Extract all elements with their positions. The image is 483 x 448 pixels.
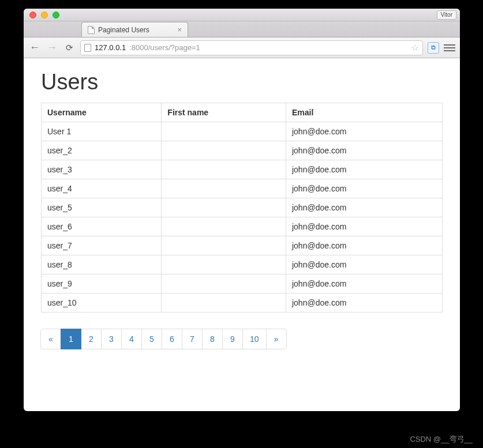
reload-button[interactable]: ⟳: [63, 43, 76, 53]
pagination-page-5[interactable]: 5: [141, 329, 162, 349]
pagination-page-4[interactable]: 4: [121, 329, 142, 349]
cell-username: user_3: [42, 160, 162, 179]
page-content: Users Username First name Email User 1jo…: [24, 58, 460, 361]
browser-toolbar: ← → ⟳ 127.0.0.1:8000/users/?page=1 ☆ ⧉: [24, 37, 460, 58]
window-titlebar: Vitor: [24, 9, 460, 21]
col-first-name: First name: [162, 103, 286, 122]
browser-tab[interactable]: Paginated Users ×: [81, 22, 188, 37]
cell-first-name: [162, 274, 286, 293]
pagination-page-10[interactable]: 10: [242, 329, 267, 349]
url-path: :8000/users/?page=1: [129, 43, 200, 52]
pagination-page-1[interactable]: 1: [61, 329, 81, 349]
cell-first-name: [162, 236, 286, 255]
file-icon: [88, 26, 95, 34]
file-icon: [84, 44, 91, 52]
page-title: Users: [41, 70, 443, 95]
table-row: user_9john@doe.com: [42, 274, 443, 293]
cell-first-name: [162, 179, 286, 198]
tab-title: Paginated Users: [98, 26, 149, 34]
menu-button[interactable]: [444, 42, 455, 54]
pagination-page-3[interactable]: 3: [101, 329, 122, 349]
col-username: Username: [42, 103, 162, 122]
pagination-page-7[interactable]: 7: [182, 329, 203, 349]
cell-username: user_2: [42, 141, 162, 160]
cell-first-name: [162, 293, 286, 313]
cell-email: john@doe.com: [286, 198, 442, 217]
cell-username: user_7: [42, 236, 162, 255]
pagination-page-2[interactable]: 2: [81, 329, 102, 349]
cell-username: user_9: [42, 274, 162, 293]
watermark: CSDN @__弯弓__: [410, 434, 473, 445]
cell-username: user_8: [42, 255, 162, 274]
forward-button[interactable]: →: [46, 42, 58, 54]
table-row: user_7john@doe.com: [42, 236, 443, 255]
address-bar[interactable]: 127.0.0.1:8000/users/?page=1 ☆: [80, 40, 423, 55]
cell-first-name: [162, 122, 286, 141]
close-icon[interactable]: ×: [177, 26, 182, 33]
cell-email: john@doe.com: [286, 255, 442, 274]
col-email: Email: [286, 103, 442, 122]
extension-icon[interactable]: ⧉: [428, 42, 439, 54]
pagination-page-6[interactable]: 6: [162, 329, 182, 349]
pagination-page-8[interactable]: 8: [202, 329, 223, 349]
window-maximize-button[interactable]: [53, 12, 59, 18]
cell-email: john@doe.com: [286, 160, 442, 179]
bookmark-star-icon[interactable]: ☆: [411, 42, 419, 53]
cell-username: User 1: [42, 122, 162, 141]
cell-email: john@doe.com: [286, 236, 442, 255]
cell-email: john@doe.com: [286, 179, 442, 198]
cell-username: user_5: [42, 198, 162, 217]
cell-username: user_6: [42, 217, 162, 236]
table-row: user_3john@doe.com: [42, 160, 443, 179]
back-button[interactable]: ←: [28, 42, 41, 54]
cell-first-name: [162, 198, 286, 217]
cell-first-name: [162, 141, 286, 160]
cell-email: john@doe.com: [286, 217, 442, 236]
table-row: user_8john@doe.com: [42, 255, 443, 274]
cell-email: john@doe.com: [286, 293, 442, 313]
profile-badge[interactable]: Vitor: [437, 10, 456, 20]
cell-username: user_4: [42, 179, 162, 198]
table-row: User 1john@doe.com: [42, 122, 443, 141]
pagination-page-9[interactable]: 9: [222, 329, 243, 349]
pagination-prev[interactable]: «: [40, 329, 61, 349]
cell-first-name: [162, 160, 286, 179]
users-table: Username First name Email User 1john@doe…: [41, 103, 443, 313]
window-minimize-button[interactable]: [41, 12, 48, 18]
table-row: user_5john@doe.com: [42, 198, 443, 217]
cell-email: john@doe.com: [286, 122, 442, 141]
table-row: user_10john@doe.com: [42, 293, 443, 313]
pagination-next[interactable]: »: [266, 329, 287, 349]
table-header-row: Username First name Email: [42, 103, 443, 122]
traffic-lights: [24, 12, 59, 18]
table-row: user_2john@doe.com: [42, 141, 443, 160]
window-close-button[interactable]: [29, 12, 36, 18]
cell-first-name: [162, 217, 286, 236]
browser-window: Vitor Paginated Users × ← → ⟳ 127.0.0.1:…: [24, 9, 460, 411]
cell-email: john@doe.com: [286, 274, 442, 293]
pagination: «12345678910»: [41, 329, 443, 349]
tab-strip: Paginated Users ×: [24, 21, 460, 37]
url-host: 127.0.0.1: [95, 43, 126, 52]
table-row: user_4john@doe.com: [42, 179, 443, 198]
cell-first-name: [162, 255, 286, 274]
table-row: user_6john@doe.com: [42, 217, 443, 236]
cell-username: user_10: [42, 293, 162, 313]
cell-email: john@doe.com: [286, 141, 442, 160]
